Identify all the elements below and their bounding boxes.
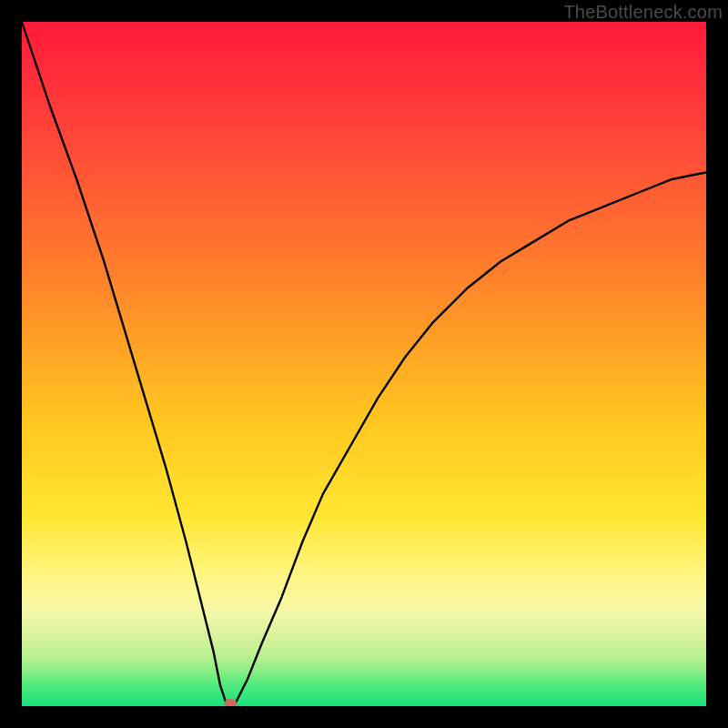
chart-frame: TheBottleneck.com [0,0,728,728]
plot-background [22,22,706,706]
watermark-text: TheBottleneck.com [563,2,723,23]
chart-svg [22,22,706,706]
